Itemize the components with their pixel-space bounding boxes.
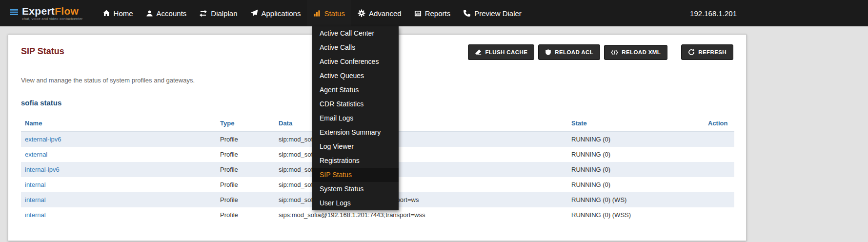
cell-name: external [21,147,216,162]
report-icon [414,10,422,17]
gear-icon [358,9,365,17]
nav-item-label: Status [324,9,345,18]
cell-action [704,207,734,222]
nav-item-label: Home [114,9,133,18]
navbar-inner: ExpertFlow chat, voice and video contact… [8,0,754,26]
nav-item-home[interactable]: Home [96,0,140,26]
status-menu-item-cdr-statistics[interactable]: CDR Statistics [312,97,399,111]
status-menu-item-user-logs[interactable]: User Logs [312,196,399,210]
cell-state: RUNNING (0) [567,131,704,147]
cell-state: RUNNING (0) (WS) [567,192,704,207]
cell-action [704,162,734,177]
cell-state: RUNNING (0) (WSS) [567,207,704,222]
status-menu-item-registrations[interactable]: Registrations [312,154,399,168]
status-menu-item-active-call-center[interactable]: Active Call Center [312,26,399,40]
phone-icon [463,9,471,17]
transfer-icon [199,10,207,17]
profile-link[interactable]: external [25,151,47,158]
profile-link[interactable]: external-ipv6 [25,136,61,143]
nav-item-accounts[interactable]: Accounts [140,0,193,26]
refresh-icon [688,49,695,56]
status-menu-item-log-viewer[interactable]: Log Viewer [312,140,399,154]
cell-name: internal-ipv6 [21,162,216,177]
shield-icon [545,49,551,56]
nav-item-applications[interactable]: Applications [244,0,307,26]
refresh-label: REFRESH [698,49,727,55]
status-menu-item-active-calls[interactable]: Active Calls [312,40,399,55]
nav-item-preview-dialer[interactable]: Preview Dialer [457,0,528,26]
profile-link[interactable]: internal [25,196,46,203]
code-icon [611,49,618,56]
nav-item-status[interactable]: Status [307,0,351,26]
status-menu-item-sip-status[interactable]: SIP Status [312,168,399,182]
cell-name: internal [21,207,216,222]
status-menu-item-email-logs[interactable]: Email Logs [312,111,399,125]
logo-flow: Flow [55,5,79,17]
expertflow-logo[interactable]: ExpertFlow chat, voice and video contact… [9,6,83,21]
status-dropdown-menu: Active Call CenterActive CallsActive Con… [312,26,399,210]
status-menu-item-active-queues[interactable]: Active Queues [312,69,399,83]
bar-chart-icon [313,10,321,17]
nav-item-label: Accounts [157,9,187,18]
reload-xml-button[interactable]: RELOAD XML [604,45,667,60]
column-header-action[interactable]: Action [704,116,734,131]
top-navbar: ExpertFlow chat, voice and video contact… [0,0,868,26]
logo-tagline: chat, voice and video contactcenter [22,17,83,21]
profile-link[interactable]: internal-ipv6 [25,166,60,173]
flush-cache-button[interactable]: FLUSH CACHE [468,44,534,60]
cell-state: RUNNING (0) [567,162,704,177]
nav-item-label: Applications [262,9,301,18]
nav-item-label: Reports [425,9,451,18]
reload-acl-button[interactable]: RELOAD ACL [538,44,600,60]
reload-acl-label: RELOAD ACL [555,49,593,55]
cell-type: Profile [216,207,275,222]
reload-xml-label: RELOAD XML [622,49,661,55]
status-menu-item-active-conferences[interactable]: Active Conferences [312,55,399,69]
cell-type: Profile [216,162,275,177]
user-icon [146,10,153,17]
cell-action [704,131,734,147]
logo-mark-icon [9,7,19,19]
nav-item-reports[interactable]: Reports [408,0,457,26]
logo-expert: Expert [22,5,55,17]
cell-state: RUNNING (0) [567,147,704,162]
profile-link[interactable]: internal [25,181,46,188]
cell-name: external-ipv6 [21,131,216,147]
toolbar: FLUSH CACHE RELOAD ACL RELOAD XML REFRES… [468,44,733,60]
cell-name: internal [21,192,216,207]
status-menu-item-system-status[interactable]: System Status [312,182,399,196]
nav-item-label: Dialplan [211,9,237,18]
cell-state: RUNNING (0) [567,177,704,192]
cell-type: Profile [216,131,275,147]
eraser-icon [475,49,482,56]
status-menu-item-agent-status[interactable]: Agent Status [312,83,399,97]
cell-action [704,177,734,192]
nav-item-label: Preview Dialer [474,9,522,18]
cell-action [704,192,734,207]
send-icon [250,9,258,17]
logo-text: ExpertFlow chat, voice and video contact… [22,6,83,21]
nav-item-advanced[interactable]: Advanced [351,0,408,26]
nav-item-dialplan[interactable]: Dialplan [193,0,243,26]
nav-item-label: Advanced [369,9,402,18]
home-icon [102,9,110,17]
cell-action [704,147,734,162]
nav-menu: HomeAccountsDialplanApplicationsStatusAd… [96,0,528,26]
column-header-name[interactable]: Name [21,116,216,131]
cell-type: Profile [216,192,275,207]
refresh-button[interactable]: REFRESH [681,44,733,60]
page-title: SIP Status [21,46,64,57]
cell-type: Profile [216,177,275,192]
flush-cache-label: FLUSH CACHE [485,49,527,55]
cell-type: Profile [216,147,275,162]
server-ip: 192.168.1.201 [690,9,754,18]
column-header-type[interactable]: Type [216,116,275,131]
column-header-state[interactable]: State [567,116,704,131]
status-menu-item-extension-summary[interactable]: Extension Summary [312,125,399,140]
profile-link[interactable]: internal [25,211,46,219]
cell-name: internal [21,177,216,192]
